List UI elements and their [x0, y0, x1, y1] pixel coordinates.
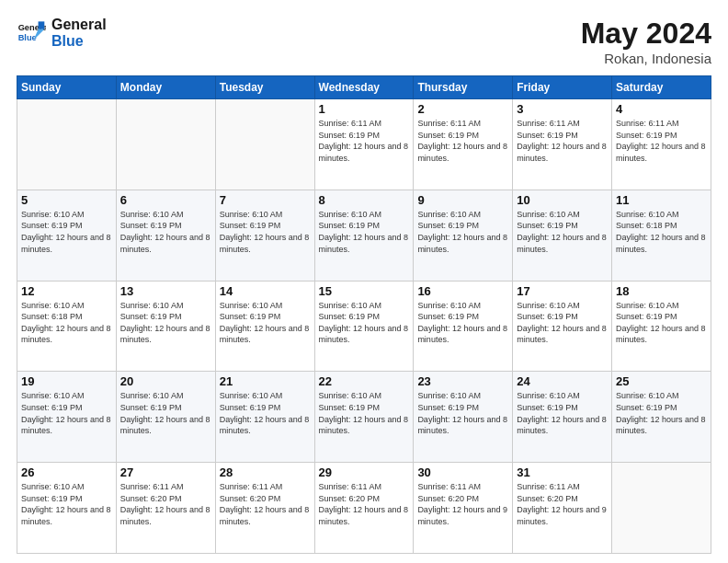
location: Rokan, Indonesia — [581, 51, 711, 66]
table-row — [215, 99, 314, 190]
daylight-text: Daylight: 12 hours and 8 minutes. — [417, 415, 507, 436]
sunrise-text: Sunrise: 6:10 AM — [319, 301, 382, 310]
sunrise-text: Sunrise: 6:10 AM — [120, 391, 184, 400]
sunset-text: Sunset: 6:19 PM — [417, 221, 479, 230]
daylight-text: Daylight: 12 hours and 8 minutes. — [220, 324, 310, 345]
table-row: 22 Sunrise: 6:10 AM Sunset: 6:19 PM Dayl… — [314, 372, 414, 463]
day-number: 20 — [120, 374, 211, 388]
sunset-text: Sunset: 6:19 PM — [220, 403, 281, 412]
daylight-text: Daylight: 12 hours and 8 minutes. — [319, 505, 409, 526]
week-row-1: 1 Sunrise: 6:11 AM Sunset: 6:19 PM Dayli… — [17, 99, 711, 190]
table-row: 23 Sunrise: 6:10 AM Sunset: 6:19 PM Dayl… — [414, 372, 513, 463]
table-row: 9 Sunrise: 6:10 AM Sunset: 6:19 PM Dayli… — [414, 190, 513, 281]
sunset-text: Sunset: 6:19 PM — [319, 312, 381, 321]
sunset-text: Sunset: 6:19 PM — [417, 312, 479, 321]
daylight-text: Daylight: 12 hours and 8 minutes. — [21, 415, 111, 436]
daylight-text: Daylight: 12 hours and 8 minutes. — [616, 233, 706, 254]
daylight-text: Daylight: 12 hours and 8 minutes. — [417, 233, 507, 254]
table-row: 30 Sunrise: 6:11 AM Sunset: 6:20 PM Dayl… — [414, 463, 513, 554]
sunset-text: Sunset: 6:18 PM — [616, 221, 677, 230]
daylight-text: Daylight: 12 hours and 8 minutes. — [417, 324, 507, 345]
sunset-text: Sunset: 6:19 PM — [517, 312, 578, 321]
day-number: 12 — [21, 284, 112, 298]
sunset-text: Sunset: 6:18 PM — [21, 312, 83, 321]
day-number: 9 — [417, 193, 508, 207]
logo: General Blue General Blue — [17, 17, 107, 49]
logo-icon: General Blue — [17, 18, 46, 48]
calendar-header-row: Sunday Monday Tuesday Wednesday Thursday… — [17, 76, 711, 99]
sunset-text: Sunset: 6:19 PM — [417, 403, 479, 412]
sunrise-text: Sunrise: 6:10 AM — [120, 301, 184, 310]
day-info: Sunrise: 6:10 AM Sunset: 6:19 PM Dayligh… — [417, 209, 508, 255]
day-info: Sunrise: 6:11 AM Sunset: 6:19 PM Dayligh… — [417, 118, 508, 164]
daylight-text: Daylight: 12 hours and 8 minutes. — [120, 324, 210, 345]
day-number: 23 — [417, 374, 508, 388]
daylight-text: Daylight: 12 hours and 8 minutes. — [616, 142, 706, 163]
daylight-text: Daylight: 12 hours and 8 minutes. — [21, 505, 111, 526]
day-info: Sunrise: 6:11 AM Sunset: 6:20 PM Dayligh… — [417, 481, 508, 527]
header-tuesday: Tuesday — [215, 76, 314, 99]
daylight-text: Daylight: 12 hours and 8 minutes. — [517, 324, 607, 345]
sunrise-text: Sunrise: 6:11 AM — [319, 119, 382, 128]
sunrise-text: Sunrise: 6:10 AM — [417, 301, 481, 310]
table-row: 27 Sunrise: 6:11 AM Sunset: 6:20 PM Dayl… — [116, 463, 215, 554]
daylight-text: Daylight: 12 hours and 8 minutes. — [120, 415, 210, 436]
day-info: Sunrise: 6:10 AM Sunset: 6:19 PM Dayligh… — [120, 390, 211, 436]
day-info: Sunrise: 6:10 AM Sunset: 6:19 PM Dayligh… — [21, 481, 112, 527]
day-number: 31 — [517, 465, 608, 479]
sunset-text: Sunset: 6:19 PM — [21, 221, 83, 230]
sunset-text: Sunset: 6:19 PM — [220, 312, 281, 321]
day-info: Sunrise: 6:10 AM Sunset: 6:19 PM Dayligh… — [417, 390, 508, 436]
sunrise-text: Sunrise: 6:10 AM — [21, 210, 85, 219]
day-info: Sunrise: 6:10 AM Sunset: 6:19 PM Dayligh… — [120, 209, 211, 255]
daylight-text: Daylight: 12 hours and 8 minutes. — [319, 233, 409, 254]
svg-marker-2 — [39, 21, 45, 29]
table-row: 6 Sunrise: 6:10 AM Sunset: 6:19 PM Dayli… — [116, 190, 215, 281]
week-row-5: 26 Sunrise: 6:10 AM Sunset: 6:19 PM Dayl… — [17, 463, 711, 554]
day-info: Sunrise: 6:10 AM Sunset: 6:19 PM Dayligh… — [21, 390, 112, 436]
day-info: Sunrise: 6:10 AM Sunset: 6:19 PM Dayligh… — [120, 300, 211, 346]
table-row: 29 Sunrise: 6:11 AM Sunset: 6:20 PM Dayl… — [314, 463, 414, 554]
day-number: 7 — [220, 193, 311, 207]
svg-text:Blue: Blue — [18, 32, 37, 41]
table-row: 5 Sunrise: 6:10 AM Sunset: 6:19 PM Dayli… — [17, 190, 117, 281]
sunset-text: Sunset: 6:20 PM — [517, 494, 578, 503]
day-number: 13 — [120, 284, 211, 298]
sunrise-text: Sunrise: 6:10 AM — [417, 210, 481, 219]
table-row: 8 Sunrise: 6:10 AM Sunset: 6:19 PM Dayli… — [314, 190, 414, 281]
calendar-table: Sunday Monday Tuesday Wednesday Thursday… — [17, 75, 711, 554]
table-row: 16 Sunrise: 6:10 AM Sunset: 6:19 PM Dayl… — [414, 281, 513, 372]
day-number: 22 — [319, 374, 410, 388]
header-saturday: Saturday — [612, 76, 711, 99]
day-info: Sunrise: 6:10 AM Sunset: 6:19 PM Dayligh… — [319, 209, 410, 255]
sunset-text: Sunset: 6:19 PM — [517, 221, 578, 230]
sunset-text: Sunset: 6:20 PM — [319, 494, 381, 503]
sunset-text: Sunset: 6:19 PM — [319, 403, 381, 412]
daylight-text: Daylight: 12 hours and 8 minutes. — [616, 415, 706, 436]
day-number: 27 — [120, 465, 211, 479]
sunrise-text: Sunrise: 6:10 AM — [120, 210, 184, 219]
sunrise-text: Sunrise: 6:10 AM — [319, 391, 382, 400]
sunset-text: Sunset: 6:19 PM — [120, 221, 182, 230]
sunset-text: Sunset: 6:19 PM — [616, 131, 677, 140]
day-number: 4 — [616, 102, 707, 116]
sunset-text: Sunset: 6:19 PM — [120, 403, 182, 412]
day-info: Sunrise: 6:10 AM Sunset: 6:19 PM Dayligh… — [417, 300, 508, 346]
table-row: 28 Sunrise: 6:11 AM Sunset: 6:20 PM Dayl… — [215, 463, 314, 554]
sunrise-text: Sunrise: 6:11 AM — [517, 482, 580, 491]
sunset-text: Sunset: 6:19 PM — [120, 312, 182, 321]
week-row-4: 19 Sunrise: 6:10 AM Sunset: 6:19 PM Dayl… — [17, 372, 711, 463]
sunrise-text: Sunrise: 6:10 AM — [21, 482, 85, 491]
sunrise-text: Sunrise: 6:10 AM — [616, 391, 679, 400]
day-info: Sunrise: 6:10 AM Sunset: 6:19 PM Dayligh… — [616, 390, 707, 436]
day-number: 29 — [319, 465, 410, 479]
table-row: 12 Sunrise: 6:10 AM Sunset: 6:18 PM Dayl… — [17, 281, 117, 372]
page: General Blue General Blue May 2024 Rokan… — [0, 0, 728, 563]
table-row — [612, 463, 711, 554]
day-number: 11 — [616, 193, 707, 207]
daylight-text: Daylight: 12 hours and 9 minutes. — [517, 505, 607, 526]
sunrise-text: Sunrise: 6:11 AM — [616, 119, 679, 128]
day-number: 19 — [21, 374, 112, 388]
sunrise-text: Sunrise: 6:11 AM — [417, 482, 481, 491]
daylight-text: Daylight: 12 hours and 8 minutes. — [21, 233, 111, 254]
